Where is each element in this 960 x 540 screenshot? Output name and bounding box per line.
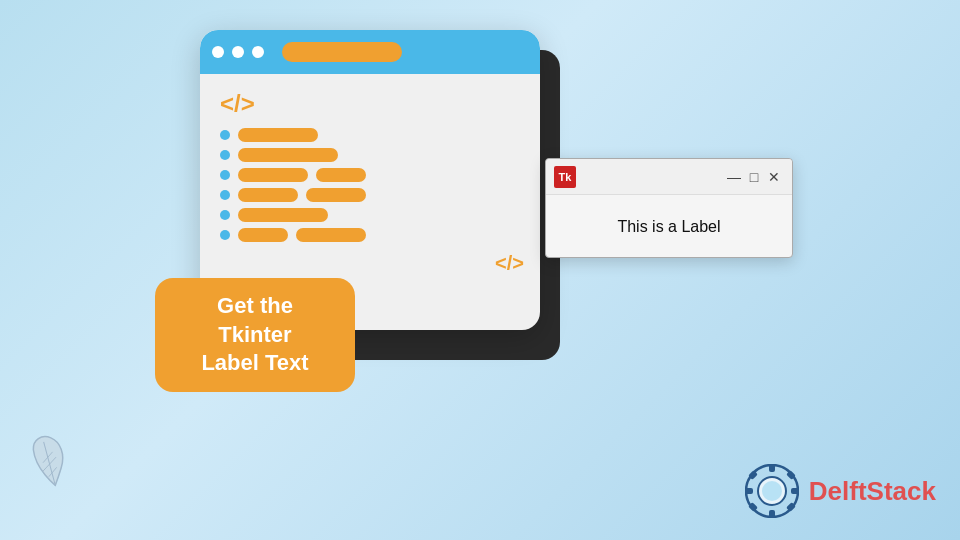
delftstack-logo: DelftStack <box>745 464 936 518</box>
bullet-4 <box>220 190 230 200</box>
code-line-4 <box>220 188 366 202</box>
stack-part: Stack <box>867 476 936 506</box>
minimize-button[interactable]: — <box>724 167 744 187</box>
tkinter-logo-icon: Tk <box>554 166 576 188</box>
dot-3 <box>252 46 264 58</box>
bullet-2 <box>220 150 230 160</box>
delftstack-gear-icon <box>745 464 799 518</box>
svg-rect-8 <box>791 488 799 494</box>
code-line-2 <box>220 148 338 162</box>
bar-3b <box>316 168 366 182</box>
bar-6a <box>238 228 288 242</box>
bar-4a <box>238 188 298 202</box>
bar-3a <box>238 168 308 182</box>
code-line-6 <box>220 228 366 242</box>
bar-1 <box>238 128 318 142</box>
badge-text: Get the TkinterLabel Text <box>179 292 331 378</box>
tkinter-label: This is a Label <box>546 195 792 259</box>
bullet-5 <box>220 210 230 220</box>
dot-1 <box>212 46 224 58</box>
editor-body: </> <box>200 74 540 291</box>
svg-rect-7 <box>745 488 753 494</box>
tkinter-titlebar: Tk — □ ✕ <box>546 159 792 195</box>
bar-5 <box>238 208 328 222</box>
code-line-5 <box>220 208 328 222</box>
tkinter-window: Tk — □ ✕ This is a Label <box>545 158 793 258</box>
svg-rect-6 <box>769 510 775 518</box>
bullet-6 <box>220 230 230 240</box>
code-icon-bottom: </> <box>495 252 524 275</box>
delftstack-name: DelftStack <box>809 476 936 507</box>
delft-part: Delft <box>809 476 867 506</box>
svg-point-14 <box>762 481 782 501</box>
code-line-3 <box>220 168 366 182</box>
svg-rect-5 <box>769 464 775 472</box>
bar-4b <box>306 188 366 202</box>
search-bar <box>282 42 402 62</box>
bar-2 <box>238 148 338 162</box>
dot-2 <box>232 46 244 58</box>
code-icon-top: </> <box>220 90 255 118</box>
bullet-3 <box>220 170 230 180</box>
close-button[interactable]: ✕ <box>764 167 784 187</box>
editor-titlebar <box>200 30 540 74</box>
bullet-1 <box>220 130 230 140</box>
bar-6b <box>296 228 366 242</box>
maximize-button[interactable]: □ <box>744 167 764 187</box>
code-line-1 <box>220 128 318 142</box>
orange-badge: Get the TkinterLabel Text <box>155 278 355 392</box>
